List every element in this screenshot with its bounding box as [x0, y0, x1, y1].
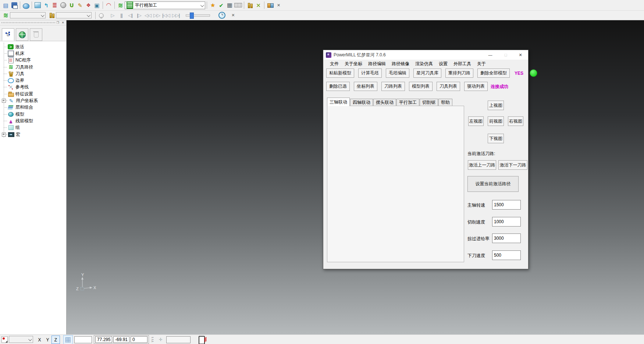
axis-y-button[interactable]: Y: [43, 336, 52, 344]
open-icon[interactable]: [2, 1, 10, 9]
tree-item-machine[interactable]: 机床: [0, 50, 66, 57]
simulation-speed-slider[interactable]: [186, 14, 210, 17]
cursor-y-field[interactable]: [113, 336, 129, 343]
clock-icon[interactable]: [218, 11, 226, 19]
toolpath-list-button[interactable]: 刀路列表: [381, 82, 405, 91]
cutting-speed-input[interactable]: [492, 217, 521, 227]
view-top-button[interactable]: 上视图: [488, 101, 504, 110]
minimize-icon[interactable]: —: [483, 50, 497, 60]
tool-pair-icon[interactable]: [246, 1, 254, 9]
axis-z-button[interactable]: Z: [51, 336, 60, 344]
close-toolbar-icon[interactable]: [275, 1, 282, 9]
tree-item-feature-set[interactable]: 特征设置: [0, 91, 66, 97]
tab-cutting-saw[interactable]: 切割锯: [420, 99, 438, 106]
calculator-icon[interactable]: [226, 1, 234, 9]
tree-item-macros[interactable]: 宏: [0, 131, 66, 138]
tree-item-workplanes[interactable]: 用户坐标系: [0, 97, 66, 104]
model-list-button[interactable]: 模型列表: [409, 82, 433, 91]
close-icon[interactable]: ✕: [513, 50, 527, 60]
tab-3axis[interactable]: 三轴联动: [327, 98, 350, 106]
statusbar-combobox[interactable]: [9, 336, 33, 343]
panel-grip-handle[interactable]: [1, 22, 55, 23]
activate-next-toolpath-button[interactable]: 激活下一刀路: [498, 160, 527, 170]
expand-plus-icon[interactable]: [2, 133, 6, 137]
skim-feed-input[interactable]: [492, 234, 521, 243]
step-forward-icon[interactable]: |▷: [135, 11, 143, 19]
tab-world[interactable]: [16, 28, 28, 41]
ballnose-tool-icon[interactable]: [59, 1, 67, 9]
tree-item-models[interactable]: 模型: [0, 111, 66, 117]
axis-x-button[interactable]: X: [35, 336, 44, 344]
tab-swivel-head[interactable]: 摆头联动: [373, 99, 396, 106]
transform-arrows-icon[interactable]: [255, 1, 262, 9]
grid-toggle-button[interactable]: [63, 335, 73, 344]
spindle-speed-input[interactable]: [492, 200, 521, 210]
pencil-edit-icon[interactable]: [76, 1, 84, 9]
block-icon[interactable]: [34, 1, 42, 9]
probe-icon[interactable]: [159, 337, 164, 342]
delete-all-models-button[interactable]: 删除全部模型: [477, 69, 510, 78]
save-icon[interactable]: [10, 1, 18, 9]
u-channel-icon[interactable]: [68, 1, 75, 9]
fast-forward-icon[interactable]: ▷▷: [153, 11, 161, 19]
toolpath-spring-icon[interactable]: [117, 1, 124, 9]
sim-toolpath-combobox[interactable]: [10, 12, 46, 18]
statusbar-empty-field-2[interactable]: [166, 336, 191, 343]
menu-render-sim[interactable]: 渲染仿真: [412, 60, 436, 68]
step-back-icon[interactable]: ◁|: [126, 11, 134, 19]
menu-about-coords[interactable]: 关于坐标: [342, 60, 365, 68]
menu-file[interactable]: 文件: [327, 60, 342, 68]
toolpath-spring-icon[interactable]: [2, 11, 10, 19]
tree-item-levels[interactable]: 层和组合: [0, 104, 66, 111]
slider-handle[interactable]: [190, 13, 194, 19]
render-teapot-icon[interactable]: [22, 1, 30, 9]
panel-float-icon[interactable]: ❐: [56, 21, 60, 25]
view-right-button[interactable]: 右视图: [508, 116, 523, 126]
cursor-z-field[interactable]: [131, 336, 147, 343]
tree-item-groups[interactable]: 组: [0, 124, 66, 131]
arc-tool-icon[interactable]: [105, 1, 113, 9]
tab-trash[interactable]: [30, 28, 42, 41]
lightbulb-icon[interactable]: [97, 11, 105, 19]
pattern-diamonds-icon[interactable]: [85, 1, 92, 9]
view-left-button[interactable]: 左视图: [468, 116, 484, 126]
menu-settings[interactable]: 设置: [436, 60, 451, 68]
set-active-path-button[interactable]: 设置当前激活路径: [467, 176, 519, 192]
curve-arrow-icon[interactable]: [42, 1, 50, 9]
compare-blocks-icon[interactable]: [266, 1, 274, 9]
tool-list-button[interactable]: 刀具列表: [437, 82, 460, 91]
tool-star-icon[interactable]: [209, 1, 217, 9]
tree-item-activate[interactable]: 激活: [0, 43, 66, 50]
feature-block-icon[interactable]: [93, 1, 101, 9]
tree-item-stock-models[interactable]: 残留模型: [0, 117, 66, 124]
drive-list-button[interactable]: 驱动列表: [464, 82, 488, 91]
menu-external-tools[interactable]: 外部工具: [451, 60, 474, 68]
strategy-combobox[interactable]: 平行精加工: [125, 1, 205, 9]
tree-item-toolpaths[interactable]: 刀具路径: [0, 64, 66, 70]
activate-prev-toolpath-button[interactable]: 激活上一刀路: [468, 160, 496, 170]
calc-stock-button[interactable]: 计算毛坯: [358, 69, 382, 78]
tool-library-button[interactable]: 星河刀具库: [413, 69, 441, 78]
tab-4axis[interactable]: 四轴联动: [350, 99, 373, 106]
panel-close-icon[interactable]: ✕: [61, 21, 65, 25]
tool-check-icon[interactable]: [217, 1, 225, 9]
tree-item-nc-program[interactable]: NC程序: [0, 57, 66, 64]
coord-list-button[interactable]: 坐标列表: [354, 82, 377, 91]
tree-item-tools[interactable]: 刀具: [0, 70, 66, 77]
dialog-title-bar[interactable]: PowerMILL 忆梦星河 7.0.6 — □ ✕: [323, 50, 528, 60]
pause-icon[interactable]: ||: [117, 11, 125, 19]
delete-selected-button[interactable]: 删除已选: [326, 82, 350, 91]
sim-tool-combobox[interactable]: [56, 12, 92, 18]
maximize-icon[interactable]: □: [499, 50, 513, 60]
tab-help[interactable]: 帮助: [438, 99, 452, 106]
device-rotate-icon[interactable]: [199, 336, 205, 344]
nc-program-icon[interactable]: [51, 1, 58, 9]
ruler-icon[interactable]: [234, 1, 242, 9]
tab-explorer-tree[interactable]: [2, 28, 14, 41]
rearrange-toolpaths-button[interactable]: 重排列刀路: [445, 69, 473, 78]
tree-item-pattern[interactable]: 参考线: [0, 84, 66, 91]
tool-pair-icon[interactable]: [48, 11, 56, 19]
paste-new-model-button[interactable]: 粘贴新模型: [326, 69, 354, 78]
record-indicator-icon[interactable]: [1, 336, 8, 343]
stock-edit-button[interactable]: 毛坯编辑: [386, 69, 409, 78]
